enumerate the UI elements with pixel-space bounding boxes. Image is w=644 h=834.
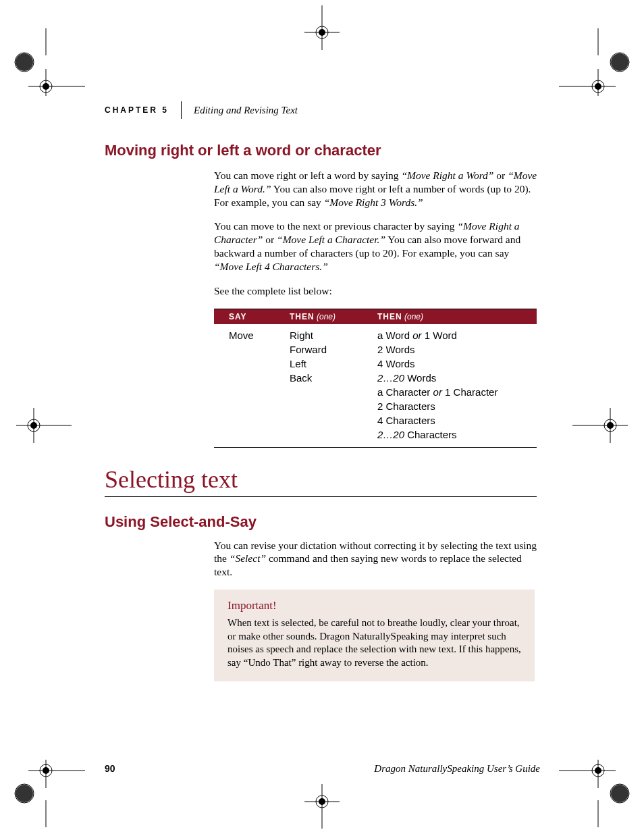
- subheading-moving: Moving right or left a word or character: [105, 142, 543, 159]
- svg-point-10: [595, 83, 601, 90]
- page-content: CHAPTER 5 Editing and Revising Text Movi…: [105, 101, 543, 681]
- cell-say: [214, 344, 290, 355]
- quote: “Move Left 4 Characters.”: [214, 261, 328, 272]
- cell-then1: [290, 400, 377, 412]
- table-row: MoveRighta Word or 1 Word: [214, 328, 537, 342]
- then-label: THEN: [377, 312, 402, 321]
- crop-mark-icon: [302, 5, 342, 53]
- section-rule: [105, 496, 537, 497]
- cell-then1: [290, 429, 377, 440]
- cell-then2: 4 Characters: [377, 415, 537, 426]
- cell-say: [214, 429, 290, 440]
- table-row: 4 Characters: [214, 413, 537, 427]
- table-body: MoveRighta Word or 1 WordForward2 WordsL…: [214, 324, 537, 447]
- svg-point-24: [40, 764, 52, 777]
- table-row: a Character or 1 Character: [214, 385, 537, 399]
- svg-point-0: [15, 53, 34, 72]
- quote: “Move Right 3 Words.”: [324, 197, 423, 208]
- svg-point-37: [319, 29, 325, 36]
- cell-say: [214, 372, 290, 384]
- svg-point-18: [604, 419, 616, 432]
- command-table: SAY THEN (one) THEN (one) MoveRighta Wor…: [214, 309, 537, 448]
- cell-say: Move: [214, 330, 290, 341]
- crop-mark-icon: [558, 760, 639, 827]
- page-number: 90: [105, 763, 115, 774]
- svg-point-8: [611, 53, 628, 71]
- important-body: When text is selected, be careful not to…: [227, 617, 521, 669]
- cell-then2: a Word or 1 Word: [377, 330, 537, 341]
- table-row: Forward2 Words: [214, 342, 537, 357]
- section-title-selecting: Selecting text: [105, 465, 543, 494]
- quote: “Select”: [230, 552, 266, 564]
- table-row: Left4 Words: [214, 357, 537, 371]
- table-row: Back2…20 Words: [214, 371, 537, 385]
- text: You can move to the next or previous cha…: [214, 220, 457, 232]
- then-label: THEN: [290, 312, 315, 321]
- guide-name: Dragon NaturallySpeaking User’s Guide: [374, 763, 540, 775]
- para-move-char: You can move to the next or previous cha…: [214, 219, 538, 273]
- important-title: Important!: [227, 599, 521, 613]
- svg-point-22: [15, 784, 34, 803]
- text: right away to reverse the action.: [296, 657, 428, 668]
- svg-point-7: [610, 53, 629, 72]
- crop-mark-icon: [302, 781, 342, 829]
- svg-point-23: [16, 785, 33, 802]
- then-note: (one): [404, 312, 423, 321]
- table-row: 2 Characters: [214, 399, 537, 413]
- important-box: Important! When text is selected, be car…: [214, 590, 535, 681]
- text: or: [263, 234, 277, 245]
- head-divider: [181, 101, 182, 119]
- cell-then1: Forward: [290, 344, 377, 355]
- cell-then2: a Character or 1 Character: [377, 386, 537, 398]
- cell-say: [214, 400, 290, 412]
- svg-point-40: [316, 796, 328, 808]
- svg-point-15: [30, 422, 37, 429]
- chapter-title: Editing and Revising Text: [194, 105, 298, 116]
- svg-point-36: [316, 26, 328, 38]
- svg-point-9: [592, 80, 604, 93]
- cell-say: [214, 358, 290, 369]
- cell-then1: [290, 386, 377, 398]
- svg-point-3: [43, 83, 49, 90]
- svg-point-30: [611, 785, 628, 802]
- cell-then2: 2 Characters: [377, 400, 537, 412]
- quote: “Undo That”: [244, 657, 296, 668]
- then-note: (one): [317, 312, 336, 321]
- crop-mark-icon: [5, 405, 73, 446]
- svg-point-29: [610, 784, 629, 803]
- cell-then2: 2 Words: [377, 344, 537, 355]
- cell-say: [214, 386, 290, 398]
- table-header: SAY THEN (one) THEN (one): [214, 309, 537, 324]
- para-move-word: You can move right or left a word by say…: [214, 169, 538, 209]
- chapter-label: CHAPTER 5: [105, 105, 181, 115]
- subheading-select-and-say: Using Select-and-Say: [105, 513, 543, 531]
- cell-then1: Back: [290, 372, 377, 384]
- svg-point-19: [607, 422, 614, 429]
- running-head: CHAPTER 5 Editing and Revising Text: [105, 101, 543, 119]
- quote: “Move Right a Word”: [401, 170, 493, 181]
- col-header-then2: THEN (one): [377, 312, 537, 321]
- text: You can move right or left a word by say…: [214, 170, 401, 181]
- crop-mark-icon: [558, 28, 639, 96]
- cell-then2: 2…20 Words: [377, 372, 537, 384]
- cell-say: [214, 415, 290, 426]
- svg-point-14: [28, 419, 40, 432]
- crop-mark-icon: [571, 405, 639, 446]
- cell-then1: Left: [290, 358, 377, 369]
- cell-then2: 2…20 Characters: [377, 429, 537, 440]
- svg-point-1: [16, 53, 33, 71]
- svg-point-25: [43, 767, 49, 774]
- text: or: [493, 170, 508, 181]
- cell-then1: Right: [290, 330, 377, 341]
- page-footer: 90 Dragon NaturallySpeaking User’s Guide: [105, 763, 540, 775]
- quote: “Move Left a Character.”: [277, 234, 385, 245]
- table-row: 2…20 Characters: [214, 427, 537, 442]
- crop-mark-icon: [5, 760, 86, 827]
- para-see-list: See the complete list below:: [214, 284, 538, 298]
- svg-point-31: [592, 764, 604, 777]
- cell-then2: 4 Words: [377, 358, 537, 369]
- col-header-say: SAY: [214, 312, 290, 321]
- crop-mark-icon: [5, 28, 86, 96]
- svg-point-2: [40, 80, 52, 93]
- svg-point-32: [595, 767, 601, 774]
